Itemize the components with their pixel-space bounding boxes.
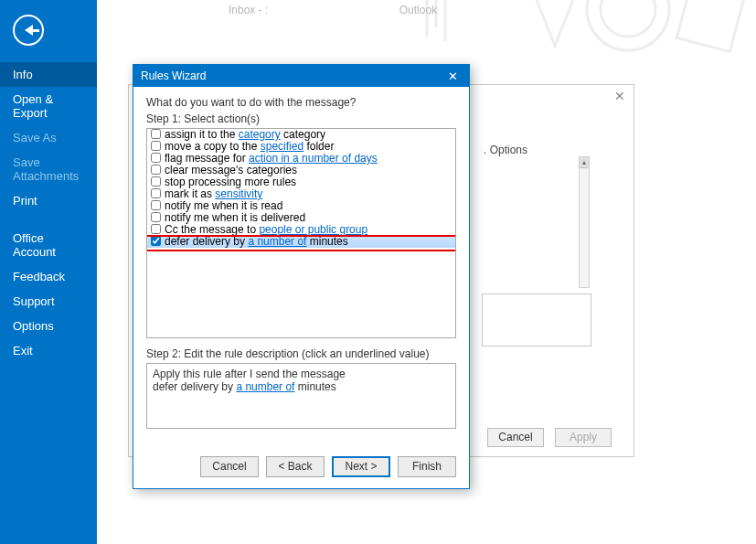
sidebar-item-save-as[interactable]: Save As xyxy=(0,125,97,150)
sidebar-item-feedback[interactable]: Feedback xyxy=(0,264,97,289)
action-checkbox[interactable] xyxy=(151,153,161,163)
action-checkbox[interactable] xyxy=(151,236,161,246)
sidebar-item-info[interactable]: Info xyxy=(0,62,97,87)
action-checkbox[interactable] xyxy=(151,176,161,187)
action-row[interactable]: defer delivery by a number of minutes xyxy=(147,236,455,248)
cancel-button[interactable]: Cancel xyxy=(200,456,259,477)
svg-rect-5 xyxy=(676,0,743,52)
chevron-up-icon: ▴ xyxy=(580,157,589,167)
action-checkbox[interactable] xyxy=(151,165,161,175)
background-decoration xyxy=(409,0,756,64)
action-link[interactable]: action in a number of days xyxy=(249,152,378,165)
sidebar-item-save-attachments[interactable]: Save Attachments xyxy=(0,150,97,188)
sidebar-item-print[interactable]: Print xyxy=(0,188,97,213)
desc-line2: defer delivery by a number of minutes xyxy=(153,380,450,393)
action-checkbox[interactable] xyxy=(151,129,161,139)
sidebar-item-office-account[interactable]: Office Account xyxy=(0,226,97,264)
wizard-question: What do you want to do with the message? xyxy=(146,96,456,109)
apply-button: Apply xyxy=(555,428,612,447)
close-icon[interactable]: ✕ xyxy=(443,69,462,83)
action-checkbox[interactable] xyxy=(151,224,161,234)
rules-wizard-dialog: Rules Wizard ✕ What do you want to do wi… xyxy=(133,64,470,489)
next-button[interactable]: Next > xyxy=(332,456,390,477)
number-of-link[interactable]: a number of xyxy=(236,380,294,393)
action-checkbox[interactable] xyxy=(151,188,161,198)
inbox-label: Inbox - : xyxy=(229,4,268,16)
step2-label: Step 2: Edit the rule description (click… xyxy=(146,347,456,360)
action-link[interactable]: people or public group xyxy=(259,223,367,236)
action-checkbox[interactable] xyxy=(151,212,161,222)
finish-button[interactable]: Finish xyxy=(398,456,456,477)
svg-point-1 xyxy=(601,0,655,37)
step1-label: Step 1: Select action(s) xyxy=(146,112,456,125)
scrollbar[interactable]: ▴ xyxy=(579,156,590,288)
text-area[interactable] xyxy=(482,293,591,347)
sidebar-item-support[interactable]: Support xyxy=(0,289,97,314)
options-label: . Options xyxy=(484,144,538,156)
action-list[interactable]: assign it to the category categorymove a… xyxy=(146,128,456,338)
action-link[interactable]: sensitivity xyxy=(215,187,262,200)
action-checkbox[interactable] xyxy=(151,200,161,210)
file-sidebar: InfoOpen & ExportSave AsSave Attachments… xyxy=(0,0,97,544)
svg-point-0 xyxy=(587,0,669,50)
action-link[interactable]: category xyxy=(239,128,281,141)
action-label: defer delivery by a number of minutes xyxy=(165,236,348,248)
sidebar-item-exit[interactable]: Exit xyxy=(0,338,97,363)
rule-description-box[interactable]: Apply this rule after I send the message… xyxy=(146,363,456,429)
desc-line1: Apply this rule after I send the message xyxy=(153,368,450,380)
back-button[interactable]: < Back xyxy=(266,456,325,477)
dialog-title: Rules Wizard xyxy=(141,69,443,82)
back-button[interactable] xyxy=(13,15,44,46)
sidebar-item-options[interactable]: Options xyxy=(0,314,97,338)
action-link[interactable]: specified xyxy=(261,140,303,153)
cancel-button[interactable]: Cancel xyxy=(487,428,544,447)
action-link[interactable]: a number of xyxy=(248,235,306,248)
back-arrow-icon xyxy=(25,25,33,36)
action-checkbox[interactable] xyxy=(151,141,161,151)
sidebar-item-open-export[interactable]: Open & Export xyxy=(0,87,97,125)
close-icon[interactable]: ✕ xyxy=(612,89,628,105)
